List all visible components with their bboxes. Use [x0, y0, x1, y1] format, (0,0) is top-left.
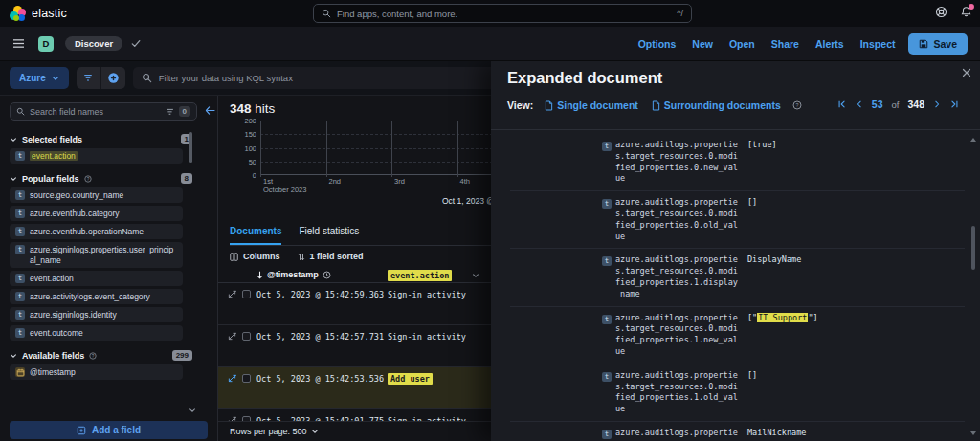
field-value: MailNickname: [747, 428, 806, 439]
text-field-icon: t: [15, 245, 25, 254]
chevron-down-icon: [10, 175, 17, 183]
tab-documents[interactable]: Documents: [230, 226, 281, 245]
close-icon[interactable]: [962, 68, 971, 77]
prev-page-icon[interactable]: [856, 99, 863, 109]
table-row[interactable]: Oct 5, 2023 @ 15:42:57.731Sign-in activi…: [218, 325, 524, 367]
svg-text:?: ?: [86, 176, 89, 181]
field-value-row[interactable]: tazure.auditlogs.properties.target_resou…: [510, 191, 965, 249]
field-value-row[interactable]: tazure.auditlogs.properties.target_resou…: [510, 249, 965, 306]
nav-link-inspect[interactable]: Inspect: [860, 38, 896, 50]
breadcrumb[interactable]: Discover: [65, 36, 122, 51]
section-count-badge: 299: [172, 350, 192, 361]
field-item[interactable]: tazure.eventhub.operationName: [10, 224, 183, 239]
action-column-header[interactable]: event.action: [388, 269, 452, 282]
expand-document-icon[interactable]: [228, 332, 236, 341]
notifications-bell-icon[interactable]: [960, 6, 972, 18]
table-row[interactable]: Oct 5, 2023 @ 15:42:01.775Sign-in activi…: [218, 409, 524, 421]
field-item[interactable]: tevent.outcome: [10, 325, 183, 341]
add-field-button[interactable]: Add a field: [10, 421, 208, 439]
field-item[interactable]: tevent.action: [10, 271, 183, 286]
help-icon[interactable]: [935, 6, 947, 18]
add-field-icon: [77, 426, 86, 435]
elastic-brand[interactable]: elastic: [0, 6, 67, 21]
brand-name: elastic: [32, 7, 67, 20]
nav-link-options[interactable]: Options: [638, 38, 677, 50]
sidebar-scrollbar[interactable]: [189, 132, 192, 163]
table-row[interactable]: Oct 5, 2023 @ 15:42:53.536Add user: [218, 367, 524, 409]
collapse-sidebar-icon[interactable]: [205, 106, 215, 115]
expand-document-icon[interactable]: [228, 374, 236, 383]
timestamp-column-header[interactable]: @timestamp: [256, 270, 331, 279]
tab-field-statistics[interactable]: Field statistics: [299, 226, 359, 245]
next-page-icon[interactable]: [933, 99, 941, 109]
field-section-header[interactable]: Available fields?299: [10, 350, 208, 361]
expand-document-icon[interactable]: [228, 290, 236, 298]
field-section-header[interactable]: Selected fields1: [10, 134, 208, 144]
first-page-icon[interactable]: [837, 99, 847, 109]
event-action-cell: Add user: [388, 374, 433, 384]
section-label: Selected fields: [22, 135, 82, 144]
field-name: azure.auditlogs.properties.target_resour…: [615, 313, 738, 358]
text-field-icon: t: [15, 227, 25, 236]
field-value: []: [747, 197, 757, 242]
nav-link-new[interactable]: New: [692, 38, 713, 50]
last-page-icon[interactable]: [949, 99, 959, 109]
field-value-row[interactable]: tazure.auditlogs.properties.target_resou…: [510, 364, 965, 422]
save-button[interactable]: Save: [908, 33, 968, 55]
global-search-input[interactable]: Find apps, content, and more. ^/: [313, 4, 692, 23]
field-filter-count-badge: 0: [179, 106, 190, 117]
field-item[interactable]: tazure.activitylogs.event_category: [10, 289, 183, 304]
field-item[interactable]: @timestamp: [10, 364, 183, 380]
text-field-icon: t: [15, 151, 25, 161]
field-item[interactable]: tazure.eventhub.category: [10, 206, 183, 221]
scroll-up-icon[interactable]: [970, 138, 976, 142]
field-search-input[interactable]: Search field names 0: [10, 102, 197, 121]
row-checkbox[interactable]: [242, 290, 251, 298]
y-axis-tick: 100: [234, 144, 256, 153]
nav-link-share[interactable]: Share: [771, 38, 799, 50]
field-item[interactable]: tazure.signinlogs.identity: [10, 307, 183, 322]
table-row[interactable]: Oct 5, 2023 @ 15:42:59.363Sign-in activi…: [218, 283, 524, 325]
document-pagination: 53 of 348: [837, 99, 959, 110]
field-name: azure.signinlogs.properties.user_princip…: [30, 244, 177, 266]
info-icon: ?: [84, 175, 92, 183]
data-view-picker[interactable]: Azure: [10, 67, 69, 89]
help-question-icon[interactable]: ?: [792, 100, 802, 110]
time-range-label: Oct 1, 2023 @: [442, 196, 495, 206]
field-section-header[interactable]: Popular fields?8: [10, 173, 208, 184]
nav-link-alerts[interactable]: Alerts: [815, 38, 844, 50]
row-checkbox[interactable]: [242, 332, 251, 341]
field-name: azure.auditlogs.properties.target_resour…: [615, 140, 738, 185]
text-field-icon: t: [602, 197, 615, 242]
menu-icon[interactable]: [12, 38, 25, 49]
add-filter-icon[interactable]: [101, 67, 125, 89]
field-search-placeholder: Search field names: [30, 107, 161, 117]
text-field-icon: t: [602, 313, 615, 358]
nav-link-open[interactable]: Open: [729, 38, 755, 50]
scroll-down-icon[interactable]: [970, 431, 976, 435]
field-value-row[interactable]: tazure.auditlogs.properties.target_resou…: [510, 134, 965, 191]
field-value: []: [747, 370, 757, 415]
field-item[interactable]: tsource.geo.country_name: [10, 187, 183, 203]
sort-fields-button[interactable]: 1 field sorted: [298, 252, 364, 261]
filter-icon[interactable]: [77, 67, 100, 89]
hits-histogram[interactable]: 2001501005001stOctober 20232nd3rd4th Oct…: [230, 117, 517, 212]
chart-gridline: [260, 148, 526, 149]
row-checkbox[interactable]: [242, 374, 251, 383]
columns-button[interactable]: Columns: [230, 252, 280, 261]
view-option-single-document[interactable]: Single document: [545, 99, 638, 111]
field-value-row[interactable]: tazure.auditlogs.properties.target_resou…: [510, 307, 965, 364]
field-item[interactable]: tazure.signinlogs.properties.user_princi…: [10, 242, 183, 268]
field-filter-icon[interactable]: [166, 108, 174, 116]
expanded-document-flyout: Expanded document View: Single documentS…: [491, 61, 980, 441]
field-name: @timestamp: [30, 366, 76, 378]
document-icon: [545, 100, 553, 111]
view-option-surrounding-documents[interactable]: Surrounding documents: [652, 99, 781, 111]
field-value-row[interactable]: tazure.auditlogs.propertieMailNickname: [510, 422, 965, 441]
rows-per-page-select[interactable]: Rows per page: 500: [230, 427, 319, 436]
field-name-highlight: event.action: [30, 151, 78, 161]
column-actions-chevron[interactable]: [472, 272, 479, 279]
field-item[interactable]: tevent.action: [10, 148, 183, 164]
flyout-scrollbar[interactable]: [971, 226, 975, 270]
space-avatar[interactable]: D: [38, 36, 54, 52]
